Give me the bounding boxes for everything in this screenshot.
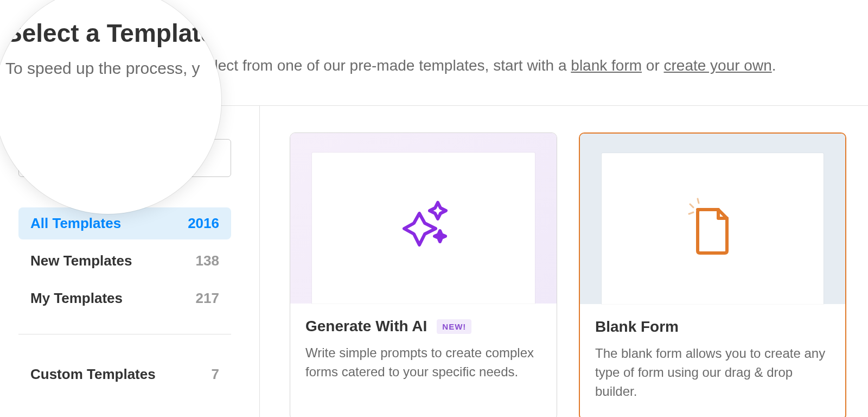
sidebar-item-custom-templates[interactable]: Custom Templates 7 <box>18 358 231 390</box>
subtitle-text: elect from one of our pre-made templates… <box>206 57 571 74</box>
card-title: Generate With AI <box>305 318 427 335</box>
card-thumbnail <box>580 134 845 304</box>
card-title: Blank Form <box>595 318 679 336</box>
vertical-divider <box>259 106 260 417</box>
card-preview <box>602 153 824 304</box>
card-description: Write simple prompts to create complex f… <box>305 344 541 382</box>
template-cards: Generate With AI NEW! Write simple promp… <box>290 132 846 417</box>
blank-form-link[interactable]: blank form <box>571 57 642 74</box>
sidebar-item-count: 217 <box>196 290 219 307</box>
svg-line-4 <box>689 212 693 214</box>
page-subtitle-zoom: To speed up the process, y <box>5 59 221 78</box>
blank-page-icon <box>688 198 737 260</box>
sidebar-item-count: 2016 <box>188 215 219 232</box>
sidebar-item-label: New Templates <box>30 252 132 269</box>
card-thumbnail <box>290 133 557 304</box>
card-body: Blank Form The blank form allows you to … <box>580 304 845 417</box>
card-description: The blank form allows you to create any … <box>595 344 830 401</box>
card-generate-with-ai[interactable]: Generate With AI NEW! Write simple promp… <box>290 132 557 417</box>
sidebar-item-new-templates[interactable]: New Templates 138 <box>18 245 231 277</box>
card-blank-form[interactable]: Blank Form The blank form allows you to … <box>579 132 846 417</box>
subtitle-period: . <box>772 57 776 74</box>
sidebar-item-label: All Templates <box>30 215 121 232</box>
create-your-own-link[interactable]: create your own <box>664 57 772 74</box>
sidebar-item-label: Custom Templates <box>30 366 156 383</box>
card-body: Generate With AI NEW! Write simple promp… <box>290 304 557 400</box>
sidebar-item-label: My Templates <box>30 290 123 307</box>
svg-line-2 <box>690 204 693 207</box>
header-subtitle: elect from one of our pre-made templates… <box>206 57 776 74</box>
card-preview <box>312 153 535 304</box>
sidebar-item-my-templates[interactable]: My Templates 217 <box>18 282 231 314</box>
new-badge: NEW! <box>437 319 471 334</box>
sidebar-divider <box>18 334 231 334</box>
sidebar-item-count: 138 <box>196 252 219 269</box>
sparkles-icon <box>393 197 453 259</box>
sidebar-item-count: 7 <box>212 366 219 383</box>
svg-line-3 <box>698 199 699 203</box>
page-title: Select a Template <box>5 20 221 47</box>
subtitle-or: or <box>642 57 663 74</box>
